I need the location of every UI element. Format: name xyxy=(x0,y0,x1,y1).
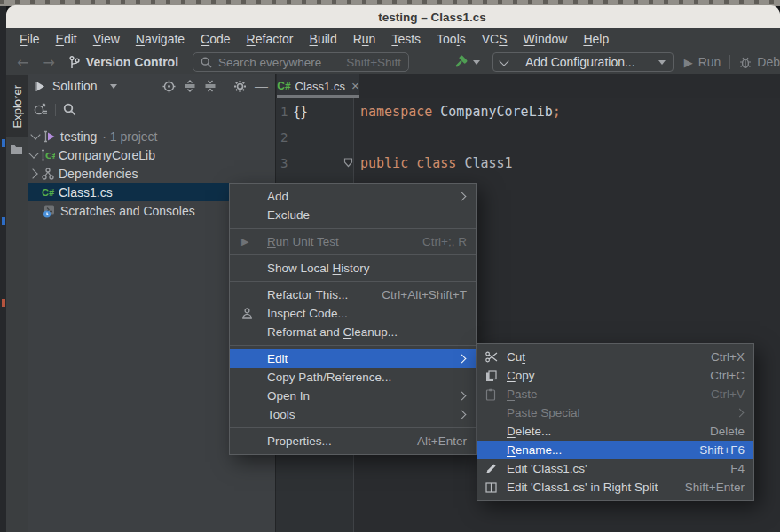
menu-item-refactor-this[interactable]: Refactor This... Ctrl+Alt+Shift+T xyxy=(230,286,476,304)
menu-separator xyxy=(230,345,476,346)
menu-item-show-local-history[interactable]: Show Local History xyxy=(230,259,476,278)
csharp-file-icon: C# xyxy=(277,80,290,92)
solution-view-caret-icon[interactable] xyxy=(110,84,117,89)
menu-separator xyxy=(230,228,476,229)
build-dropdown-caret-icon[interactable] xyxy=(473,60,480,65)
run-button[interactable]: ▶ Run xyxy=(684,55,721,69)
tree-item-label: CompanyCoreLib xyxy=(59,148,155,162)
settings-gear-icon[interactable] xyxy=(233,80,247,93)
search-icon xyxy=(201,57,212,68)
tab-close-icon[interactable]: × xyxy=(351,82,359,90)
menu-navigate[interactable]: Navigate xyxy=(128,30,193,48)
toolbar-divider xyxy=(729,55,730,69)
panel-header-icons: — xyxy=(162,80,268,93)
menu-item-properties[interactable]: Properties... Alt+Enter xyxy=(230,432,476,450)
solution-view-label[interactable]: Solution xyxy=(52,79,98,93)
desktop-speck xyxy=(2,299,5,307)
pencil-icon xyxy=(485,463,497,474)
menu-item-add[interactable]: Add xyxy=(230,187,476,206)
scissors-icon xyxy=(485,351,498,363)
menu-item-copy-path-reference[interactable]: Copy Path/Reference... xyxy=(230,368,476,387)
play-icon: ▶ xyxy=(241,236,248,247)
tree-row-dependencies[interactable]: Dependencies xyxy=(28,164,275,183)
tree-item-label: Scratches and Consoles xyxy=(60,204,195,218)
build-hammer-icon[interactable] xyxy=(453,54,469,70)
tree-row-testing[interactable]: testing · 1 project xyxy=(28,127,275,145)
menu-item-edit-class1[interactable]: Edit 'Class1.cs' F4 xyxy=(477,459,753,478)
chevron-right-icon[interactable] xyxy=(28,170,40,177)
submenu-arrow-icon xyxy=(458,355,467,364)
panel-toolbar-divider xyxy=(55,104,56,116)
config-caret-icon xyxy=(658,60,666,65)
tree-row-companycorelib[interactable]: C# CompanyCoreLib xyxy=(28,145,275,164)
desktop-edge xyxy=(0,6,6,532)
menu-edit[interactable]: Edit xyxy=(48,30,85,48)
config-chevron-icon xyxy=(493,53,516,71)
menu-item-paste-special[interactable]: Paste Special xyxy=(477,403,753,422)
menu-vcs[interactable]: VCS xyxy=(474,30,516,48)
desktop-speck xyxy=(2,139,5,147)
menu-file[interactable]: File xyxy=(12,30,48,48)
forward-arrow-icon[interactable]: → xyxy=(43,54,54,71)
menu-bar: File Edit View Navigate Code Refactor Bu… xyxy=(6,28,780,50)
menu-item-rename[interactable]: Rename... Shift+F6 xyxy=(477,441,753,459)
line-number: 3 xyxy=(280,156,288,170)
run-configuration-select[interactable]: Add Configuration... xyxy=(492,52,674,72)
explorer-tool-window-button[interactable]: Explorer xyxy=(6,75,28,137)
bug-icon xyxy=(739,56,752,69)
debug-button[interactable]: Deb xyxy=(739,55,780,69)
select-opened-file-icon[interactable] xyxy=(33,103,48,117)
menu-item-edit-class1-right-split[interactable]: Edit 'Class1.cs' in Right Split Shift+En… xyxy=(477,478,753,497)
explorer-label: Explorer xyxy=(11,85,24,128)
menu-item-exclude[interactable]: Exclude xyxy=(230,206,476,224)
run-button-label: Run xyxy=(698,55,721,69)
chevron-down-icon[interactable] xyxy=(28,153,40,157)
menu-refactor[interactable]: Refactor xyxy=(239,30,302,48)
menu-item-cut[interactable]: Cut Ctrl+X xyxy=(477,348,753,366)
panel-search-icon[interactable] xyxy=(63,103,76,116)
tree-item-label: Class1.cs xyxy=(59,185,113,200)
hide-panel-icon[interactable]: — xyxy=(255,82,268,90)
title-bar: testing – Class1.cs xyxy=(6,5,780,29)
tab-class1[interactable]: C# Class1.cs × xyxy=(277,74,359,98)
collapse-all-icon[interactable] xyxy=(204,80,217,92)
menu-run[interactable]: Run xyxy=(345,30,384,48)
menu-item-inspect-code[interactable]: Inspect Code... xyxy=(230,304,476,323)
menu-build[interactable]: Build xyxy=(302,30,345,48)
expand-all-icon[interactable] xyxy=(184,80,196,92)
gutter-brace-marker[interactable]: {} xyxy=(293,104,307,120)
menu-tests[interactable]: Tests xyxy=(383,30,429,48)
menu-item-tools[interactable]: Tools xyxy=(230,405,476,424)
version-control-button[interactable]: Version Control xyxy=(69,55,178,69)
menu-item-delete[interactable]: Delete... Delete xyxy=(477,422,753,441)
menu-view[interactable]: View xyxy=(85,30,128,48)
locate-file-icon[interactable] xyxy=(162,80,176,93)
menu-item-paste[interactable]: Paste Ctrl+V xyxy=(477,385,753,403)
submenu-arrow-icon xyxy=(458,192,467,201)
search-everywhere-box[interactable]: Search everywhere Shift+Shift xyxy=(193,52,409,72)
run-play-icon: ▶ xyxy=(684,56,693,69)
solution-icon xyxy=(42,130,58,143)
back-arrow-icon[interactable]: ← xyxy=(17,54,28,71)
main-toolbar: ← → Version Control Search everywhere Sh… xyxy=(6,50,780,74)
submenu-arrow-icon xyxy=(458,392,467,401)
menu-item-edit[interactable]: Edit xyxy=(230,349,476,368)
menu-item-copy[interactable]: Copy Ctrl+C xyxy=(477,366,753,385)
folder-icon[interactable] xyxy=(10,144,23,155)
fold-region-icon[interactable] xyxy=(343,158,353,168)
menu-tools[interactable]: Tools xyxy=(429,30,474,48)
right-split-icon xyxy=(485,482,497,493)
menu-help[interactable]: Help xyxy=(575,30,617,48)
chevron-down-icon[interactable] xyxy=(29,134,42,138)
line-number: 1 xyxy=(280,105,288,119)
menu-item-run-unit-test[interactable]: ▶ Run Unit Test Ctrl+;, R xyxy=(230,232,476,251)
menu-item-reformat-and-cleanup[interactable]: Reformat and Cleanup... xyxy=(230,323,476,341)
csharp-project-icon: C# xyxy=(40,149,56,161)
tool-window-strip: Explorer xyxy=(6,74,28,532)
tree-item-label: Dependencies xyxy=(59,167,138,181)
menu-item-open-in[interactable]: Open In xyxy=(230,387,476,405)
editor-tab-bar: C# Class1.cs × xyxy=(276,74,780,98)
code-line-1: namespace CompanyCoreLib; xyxy=(360,104,561,120)
menu-window[interactable]: Window xyxy=(516,30,576,48)
menu-code[interactable]: Code xyxy=(193,30,238,48)
